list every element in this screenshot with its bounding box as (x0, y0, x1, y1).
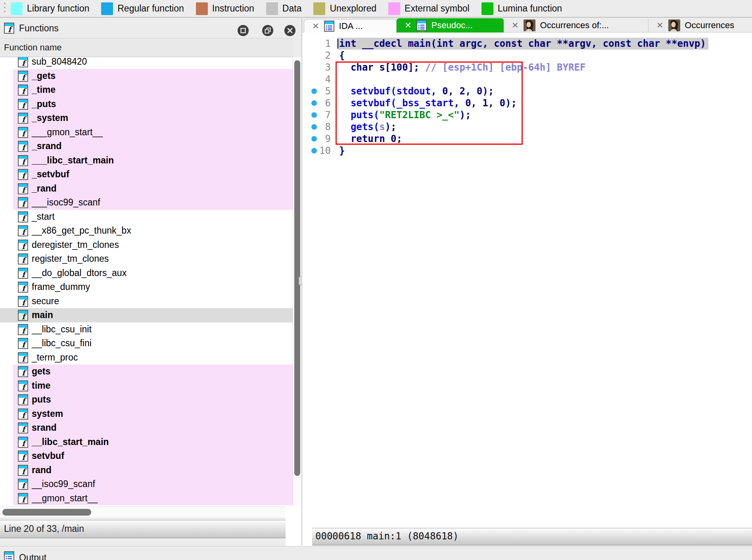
line-number: 7 (302, 109, 331, 121)
function-row[interactable]: f main (0, 308, 293, 322)
legend-label: External symbol (405, 3, 470, 14)
output-panel-tab[interactable]: Output (4, 551, 46, 560)
function-row[interactable]: f _term_proc (0, 351, 293, 365)
maximize-button[interactable] (237, 25, 249, 36)
function-window-icon: f (18, 113, 28, 124)
function-row[interactable]: f _rand (0, 182, 293, 196)
function-name: gets (32, 364, 50, 379)
function-window-icon: f (18, 197, 28, 208)
function-window-icon: f (18, 408, 28, 420)
function-row[interactable]: f gets (0, 364, 293, 379)
function-row[interactable]: f _system (0, 111, 293, 125)
float-button[interactable] (262, 25, 274, 36)
tab-close-icon[interactable]: ✕ (405, 21, 412, 30)
function-name: __libc_csu_fini (32, 336, 92, 351)
function-name: __do_global_dtors_aux (32, 266, 127, 280)
code-line-9[interactable]: 9 return 0; (302, 133, 752, 145)
tab-close-icon[interactable]: ✕ (512, 21, 519, 30)
legend-item: Library function (11, 2, 89, 15)
function-row[interactable]: f __gmon_start__ (0, 491, 293, 506)
vertical-scrollbar-thumb[interactable] (294, 60, 300, 476)
code-line-5[interactable]: 5 setvbuf(stdout, 0, 2, 0); (302, 85, 752, 97)
legend-item: Instruction (196, 2, 254, 15)
function-name: sub_8048420 (32, 57, 87, 69)
legend-label: Instruction (212, 3, 254, 14)
function-name: main (32, 308, 53, 322)
functions-horizontal-scrollbar[interactable] (0, 506, 293, 518)
function-window-icon: f (18, 211, 28, 222)
code-line-8[interactable]: 8 gets(s); (302, 121, 752, 133)
function-name: __libc_csu_init (32, 322, 92, 337)
legend-item: Lumina function (482, 2, 562, 15)
function-row[interactable]: f ___isoc99_scanf (0, 196, 293, 210)
function-name: _setvbuf (32, 167, 69, 182)
function-row[interactable]: f deregister_tm_clones (0, 238, 293, 252)
legend-label: Library function (27, 3, 89, 14)
function-row[interactable]: f ___libc_start_main (0, 153, 293, 168)
divider (0, 17, 752, 18)
close-button[interactable] (284, 25, 296, 36)
function-row[interactable]: f __x86_get_pc_thunk_bx (0, 224, 293, 238)
code-line-4[interactable]: 4 (302, 73, 752, 85)
function-row[interactable]: f _srand (0, 139, 293, 153)
code-line-2[interactable]: 2{ (302, 50, 752, 61)
code-line-3[interactable]: 3 char s[100]; // [esp+1Ch] [ebp-64h] BY… (302, 61, 752, 73)
tab-close-icon[interactable]: ✕ (656, 21, 664, 30)
function-row[interactable]: f __libc_start_main (0, 435, 293, 449)
function-row[interactable]: f _time (0, 83, 293, 97)
function-row[interactable]: f _puts (0, 97, 293, 111)
function-window-icon: f (18, 141, 28, 152)
code-line-1[interactable]: 1int __cdecl main(int argc, const char *… (302, 38, 752, 50)
function-name: deregister_tm_clones (32, 238, 119, 252)
horizontal-scrollbar-thumb[interactable] (2, 509, 91, 516)
function-row[interactable]: f setvbuf (0, 449, 293, 463)
function-window-icon: f (18, 394, 28, 405)
code-text: puts("RET2LIBC >_<"); (337, 109, 473, 121)
function-window-icon: f (18, 240, 28, 251)
tab-label: Pseudoc... (432, 20, 473, 31)
function-name: ___gmon_start__ (32, 125, 103, 140)
function-window-icon: f (18, 183, 28, 194)
function-row[interactable]: f register_tm_clones (0, 252, 293, 266)
legend-label: Regular function (117, 3, 184, 14)
functions-panel-icon: f (4, 23, 14, 35)
function-row[interactable]: f sub_8048420 (0, 57, 293, 69)
tab-occurrences[interactable]: ✕ Occurrences (648, 18, 752, 32)
function-name-column-header[interactable]: Function name (0, 38, 293, 57)
function-row[interactable]: f puts (0, 393, 293, 407)
tab-pseudoc-[interactable]: ✕ Pseudoc... (397, 18, 504, 33)
function-row[interactable]: f __do_global_dtors_aux (0, 266, 293, 280)
code-line-7[interactable]: 7 puts("RET2LIBC >_<"); (302, 109, 752, 121)
function-row[interactable]: f system (0, 407, 293, 421)
function-row[interactable]: f __libc_csu_init (0, 322, 293, 337)
function-window-icon: f (18, 324, 28, 335)
window-list-icon (416, 20, 427, 31)
window-list-icon (4, 551, 14, 560)
tab-label: Occurrences (685, 20, 735, 31)
function-name: _srand (32, 139, 61, 153)
pseudocode-view[interactable]: 1int __cdecl main(int argc, const char *… (302, 33, 752, 528)
function-row[interactable]: f _setvbuf (0, 167, 293, 182)
tab-ida-[interactable]: ✕ IDA ... (304, 19, 397, 33)
function-row[interactable]: f secure (0, 294, 293, 309)
function-row[interactable]: f srand (0, 421, 293, 435)
function-row[interactable]: f _gets (0, 69, 293, 83)
legend-color-swatch (196, 2, 208, 15)
tab-close-icon[interactable]: ✕ (312, 21, 319, 31)
function-row[interactable]: f __libc_csu_fini (0, 336, 293, 351)
pseudocode-status-text: 00000618 main:1 (8048618) (315, 531, 458, 542)
function-row[interactable]: f frame_dummy (0, 280, 293, 294)
code-line-10[interactable]: 10} (302, 145, 752, 157)
function-window-icon: f (18, 338, 28, 349)
code-status-corner (302, 528, 312, 545)
function-name: system (32, 407, 63, 421)
function-window-icon: f (18, 380, 28, 391)
function-row[interactable]: f rand (0, 463, 293, 478)
function-row[interactable]: f _start (0, 210, 293, 224)
function-row[interactable]: f ___gmon_start__ (0, 125, 293, 140)
function-row[interactable]: f time (0, 379, 293, 393)
toolbar-grip-icon[interactable] (4, 3, 6, 15)
tab-occurrences-of-[interactable]: ✕ Occurrences of:... (504, 18, 648, 32)
function-row[interactable]: f __isoc99_scanf (0, 477, 293, 491)
code-line-6[interactable]: 6 setvbuf(_bss_start, 0, 1, 0); (302, 97, 752, 109)
